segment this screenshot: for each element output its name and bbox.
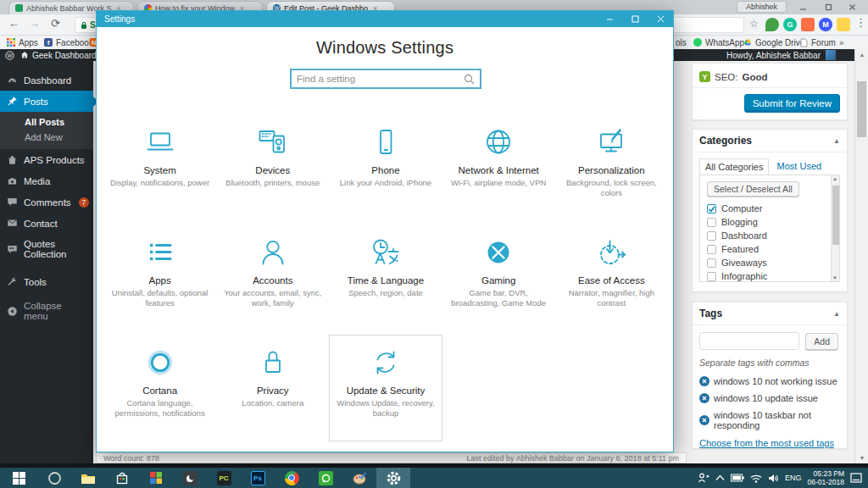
settings-minimize-button[interactable]: [597, 11, 622, 27]
tile-system[interactable]: System Display, notifications, power: [103, 114, 216, 225]
sidebar-collapse-menu[interactable]: Collapse menu: [0, 296, 93, 326]
panel-toggle-icon[interactable]: ▲: [833, 137, 840, 145]
tile-time-language[interactable]: Time & Language Speech, region, date: [329, 225, 442, 335]
tile-cortana[interactable]: Cortana Cortana language, permissions, n…: [103, 335, 216, 445]
volume-icon[interactable]: [768, 474, 779, 483]
taskbar-settings-button[interactable]: [376, 468, 410, 488]
bookmark-star-icon[interactable]: ☆: [749, 18, 759, 30]
extension-grammarly-icon[interactable]: G: [783, 18, 797, 31]
wp-howdy[interactable]: Howdy, Abhishek Babbar: [726, 51, 821, 60]
bookmark-forum[interactable]: Forum: [800, 36, 836, 48]
sidebar-item-posts[interactable]: Posts: [0, 91, 93, 112]
settings-search-input[interactable]: [297, 74, 464, 84]
category-giveaways[interactable]: Giveaways: [707, 256, 832, 269]
category-computer[interactable]: Computer: [707, 202, 832, 215]
category-infographic[interactable]: Infographic: [707, 269, 832, 282]
wifi-icon[interactable]: [750, 474, 762, 483]
browser-restore-button[interactable]: [819, 2, 837, 13]
sidebar-item-aps-products[interactable]: APS Products: [0, 149, 93, 170]
forward-button[interactable]: →: [29, 17, 40, 30]
checkbox[interactable]: [707, 258, 716, 268]
scrollbar-thumb[interactable]: [832, 186, 839, 245]
tile-personalization[interactable]: Personalization Background, lock screen,…: [555, 114, 668, 225]
bookmark-fragment[interactable]: ols: [676, 36, 687, 48]
tile-gaming[interactable]: Gaming Game bar, DVR, broadcasting, Game…: [442, 225, 555, 335]
add-tag-button[interactable]: Add: [805, 333, 838, 350]
category-blogging[interactable]: Blogging: [707, 215, 832, 229]
most-used-tags-link[interactable]: Choose from the most used tags: [699, 438, 834, 448]
submit-for-review-button[interactable]: Submit for Review: [744, 94, 840, 113]
taskbar-pycharm-button[interactable]: PC: [207, 468, 241, 488]
sidebar-item-dashboard[interactable]: Dashboard: [0, 69, 93, 91]
browser-minimize-button[interactable]: [793, 2, 812, 13]
scroll-up-icon[interactable]: ▲: [832, 176, 837, 181]
taskbar-moon-app-button[interactable]: [173, 468, 207, 488]
taskbar-store-button[interactable]: [105, 468, 139, 488]
settings-titlebar[interactable]: Settings: [97, 11, 673, 27]
scroll-up-icon[interactable]: ▲: [855, 49, 868, 60]
sidebar-item-quotes-collection[interactable]: Quotes Collection: [0, 234, 93, 264]
sidebar-item-add-new[interactable]: Add New: [0, 130, 93, 145]
language-indicator[interactable]: ENG: [785, 474, 802, 482]
remove-tag-icon[interactable]: [699, 376, 709, 386]
tile-ease-of-access[interactable]: Ease of Access Narrator, magnifier, high…: [555, 225, 668, 335]
extension-shield-icon[interactable]: [765, 18, 779, 31]
taskbar-paint-button[interactable]: [342, 468, 376, 488]
reload-button[interactable]: ⟳: [51, 17, 60, 30]
taskbar-cortana-button[interactable]: [37, 468, 71, 488]
browser-scrollbar[interactable]: ▲ ▼: [854, 49, 868, 463]
taskbar-clock[interactable]: 05:23 PM 06-01-2018: [808, 469, 844, 486]
tile-apps[interactable]: Apps Uninstall, defaults, optional featu…: [103, 225, 216, 335]
start-button[interactable]: [0, 468, 37, 488]
categories-scrollbar[interactable]: ▲ ▼: [831, 175, 839, 281]
scrollbar-thumb[interactable]: [857, 81, 866, 137]
taskbar-photoshop-button[interactable]: Ps: [241, 468, 275, 488]
extension-m-icon[interactable]: M: [819, 18, 832, 31]
avatar[interactable]: [826, 50, 836, 60]
wp-logo-icon[interactable]: W: [5, 51, 14, 60]
taskbar-chrome-button[interactable]: [275, 468, 309, 488]
tile-update-security[interactable]: Update & Security Windows Update, recove…: [329, 335, 442, 441]
checkbox[interactable]: [707, 218, 716, 227]
remove-tag-icon[interactable]: [699, 415, 709, 425]
tile-accounts[interactable]: Accounts Your accounts, email, sync, wor…: [216, 225, 329, 335]
scroll-down-icon[interactable]: ▼: [855, 452, 868, 463]
back-button[interactable]: ←: [8, 17, 19, 30]
sidebar-item-all-posts[interactable]: All Posts: [0, 114, 93, 130]
taskbar-file-explorer-button[interactable]: [71, 468, 105, 488]
extension-orange-icon[interactable]: [801, 18, 815, 31]
battery-icon[interactable]: [731, 474, 744, 482]
browser-close-button[interactable]: [843, 2, 861, 13]
sidebar-item-media[interactable]: Media: [0, 170, 93, 191]
select-deselect-all-button[interactable]: Select / Deselect All: [707, 181, 799, 197]
remove-tag-icon[interactable]: [699, 393, 709, 403]
bookmark-apps[interactable]: Apps: [7, 36, 38, 48]
tray-expand-chevron-icon[interactable]: [715, 474, 725, 481]
sidebar-item-contact[interactable]: Contact: [0, 213, 93, 234]
wp-site-link[interactable]: Geek Dashboard: [32, 51, 97, 60]
tab-all-categories[interactable]: All Categories: [699, 158, 769, 175]
panel-toggle-icon[interactable]: ▲: [833, 310, 840, 318]
checkbox-checked[interactable]: [707, 204, 716, 214]
category-dashboard[interactable]: Dashboard: [707, 229, 832, 242]
chrome-menu-icon[interactable]: ⋮: [855, 16, 866, 29]
taskbar-tiles-app-button[interactable]: [139, 468, 173, 488]
tile-phone[interactable]: Phone Link your Android, iPhone: [329, 114, 442, 225]
tile-devices[interactable]: Devices Bluetooth, printers, mouse: [216, 114, 329, 225]
extension-notes-icon[interactable]: [837, 18, 850, 31]
bookmarks-overflow-chevron[interactable]: »: [839, 36, 844, 48]
tile-privacy[interactable]: Privacy Location, camera: [216, 335, 329, 445]
category-featured[interactable]: Featured: [707, 242, 832, 256]
scroll-down-icon[interactable]: ▼: [832, 275, 837, 280]
checkbox[interactable]: [707, 272, 716, 281]
sidebar-item-comments[interactable]: Comments 7: [0, 191, 93, 213]
browser-profile-button[interactable]: Abhishek: [737, 1, 787, 13]
sidebar-item-tools[interactable]: Tools: [0, 271, 93, 292]
checkbox[interactable]: [707, 245, 716, 254]
new-tag-input[interactable]: [699, 332, 799, 350]
action-center-icon[interactable]: [850, 473, 863, 484]
bookmark-facebook[interactable]: f Facebook: [44, 36, 93, 48]
checkbox[interactable]: [707, 231, 716, 241]
bookmark-whatsapp[interactable]: WhatsApp: [693, 36, 744, 48]
tab-most-used[interactable]: Most Used: [777, 161, 822, 171]
